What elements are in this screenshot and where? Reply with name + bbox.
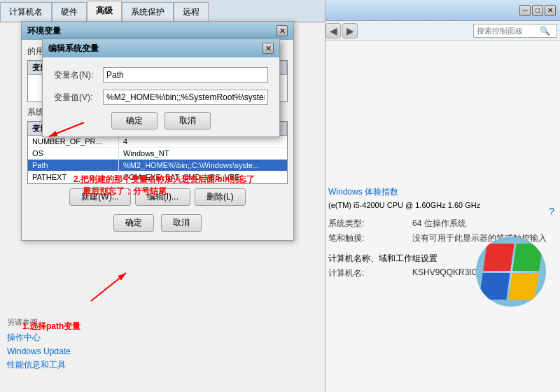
windows-logo <box>476 237 546 307</box>
edit-cancel-button[interactable]: 取消 <box>164 112 211 130</box>
env-ok-button[interactable]: 确定 <box>113 214 154 232</box>
logo-blue <box>479 273 510 300</box>
systype-value: 64 位操作系统 <box>412 218 466 230</box>
edit-ok-button[interactable]: 确定 <box>111 112 158 130</box>
systype-label: 系统类型: <box>328 218 412 230</box>
varval-input[interactable] <box>103 90 268 105</box>
maximize-button[interactable]: □ <box>532 5 543 16</box>
env-cancel-button[interactable]: 取消 <box>161 214 202 232</box>
env-dialog-title: 环境变量 <box>27 25 61 37</box>
edit-dialog-close[interactable]: ✕ <box>262 43 274 54</box>
forward-button[interactable]: ▶ <box>342 23 358 38</box>
varname-label: 变量名(N): <box>54 69 103 81</box>
varval-row: 变量值(V): <box>54 90 268 105</box>
sysvar-row-1[interactable]: OS Windows_NT <box>28 148 287 160</box>
sysvar-row-0[interactable]: NUMBER_OF_PR... 4 <box>28 136 287 148</box>
logo-yellow <box>508 273 539 300</box>
tab-hardware[interactable]: 硬件 <box>52 2 87 22</box>
search-input[interactable] <box>477 27 540 35</box>
tab-sys-protect[interactable]: 系统保护 <box>122 2 174 22</box>
varname-input[interactable] <box>103 67 268 83</box>
sysvar-val-0: 4 <box>119 136 287 147</box>
experience-row: Windows 体验指数 <box>328 186 554 198</box>
varval-label: 变量值(V): <box>54 92 103 104</box>
cpu-value: (e(TM) i5-4200U CPU @ 1.60GHz 1.60 GHz <box>328 201 480 209</box>
left-nav-item-1[interactable]: 操作中心 <box>7 332 71 344</box>
minimize-button[interactable]: ─ <box>519 5 531 16</box>
hint-text-1: 1.选择path变量 <box>22 321 80 332</box>
cp-titlebar: ─ □ ✕ <box>323 0 560 21</box>
edit-dialog-title: 编辑系统变量 <box>48 43 99 55</box>
search-box[interactable]: 🔍 <box>473 24 557 38</box>
cpu-row: (e(TM) i5-4200U CPU @ 1.60GHz 1.60 GHz <box>328 201 554 209</box>
edit-dialog-btns: 确定 取消 <box>54 112 268 130</box>
back-button[interactable]: ◀ <box>326 23 341 38</box>
compname-label: 计算机名: <box>328 267 412 279</box>
left-nav-item-2[interactable]: Windows Update <box>7 346 71 356</box>
help-icon[interactable]: ? <box>549 206 554 217</box>
pentouch-label: 笔和触摸: <box>328 232 412 244</box>
computer-section-text: 计算机名称、域和工作组设置 <box>328 253 438 265</box>
systype-row: 系统类型: 64 位操作系统 <box>328 218 554 230</box>
tab-advanced[interactable]: 高级 <box>87 1 122 22</box>
logo-red <box>483 244 514 271</box>
env-bottom-btns: 确定 取消 <box>27 211 288 234</box>
edit-dialog-titlebar: 编辑系统变量 ✕ <box>43 39 279 57</box>
logo-green <box>512 244 543 271</box>
env-dialog-close[interactable]: ✕ <box>276 25 288 36</box>
sysvar-val-2: %M2_HOME%\bin;;C:\Windows\syste... <box>119 160 287 171</box>
control-panel-window: ─ □ ✕ ◀ ▶ 🔍 ? Windows 体验指数 <box>322 0 560 392</box>
edit-sysvar-dialog: 编辑系统变量 ✕ 变量名(N): 变量值(V): 确定 取消 <box>42 38 280 137</box>
close-button[interactable]: ✕ <box>545 5 556 16</box>
experience-value[interactable]: Windows 体验指数 <box>328 186 398 198</box>
sysvar-name-2: Path <box>28 160 119 171</box>
edit-dialog-body: 变量名(N): 变量值(V): 确定 取消 <box>43 57 279 136</box>
system-tabs: 计算机名 硬件 高级 系统保护 远程 <box>0 0 325 22</box>
varname-row: 变量名(N): <box>54 67 268 83</box>
tab-computer-name[interactable]: 计算机名 <box>0 2 52 22</box>
left-nav-item-3[interactable]: 性能信息和工具 <box>7 359 71 371</box>
sysvar-name-1: OS <box>28 148 119 159</box>
sysvar-row-2[interactable]: Path %M2_HOME%\bin;;C:\Windows\syste... <box>28 160 287 172</box>
sysvar-name-0: NUMBER_OF_PR... <box>28 136 119 147</box>
hint-text-2: 2.把刚建的那个变量名称加入进去后面/bin别忘了 最后别忘了；分号结尾 <box>74 174 255 197</box>
cp-toolbar: ◀ ▶ 🔍 <box>323 21 560 41</box>
tab-remote[interactable]: 远程 <box>174 2 209 22</box>
search-icon: 🔍 <box>540 26 550 36</box>
sysvar-val-1: Windows_NT <box>119 148 287 159</box>
env-dialog-titlebar: 环境变量 ✕ <box>22 22 293 40</box>
